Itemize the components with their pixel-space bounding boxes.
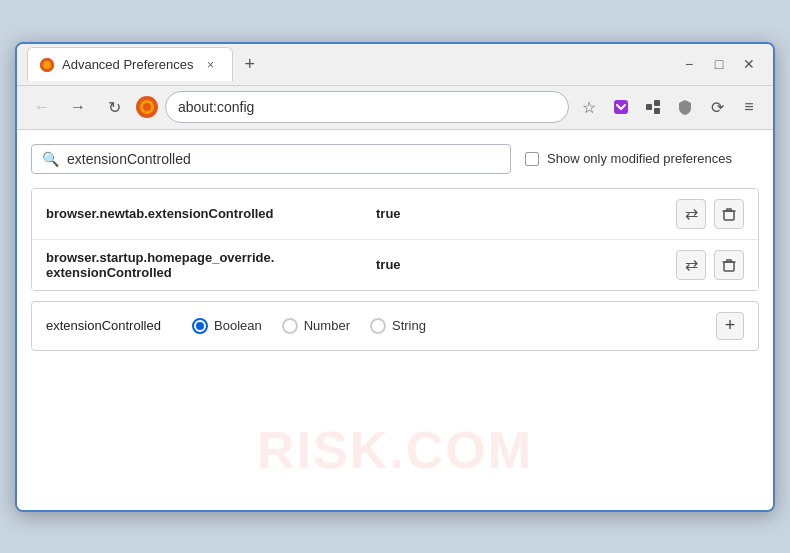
pref-actions-2: ⇄ [676, 250, 744, 280]
search-container: 🔍 Show only modified preferences [31, 144, 759, 174]
number-radio-circle [282, 318, 298, 334]
sync-icon[interactable]: ⟳ [703, 93, 731, 121]
svg-point-1 [43, 61, 51, 69]
svg-point-4 [143, 103, 151, 111]
search-icon: 🔍 [42, 151, 59, 167]
tab-favicon [40, 58, 54, 72]
svg-rect-6 [646, 104, 652, 110]
bookmark-icon[interactable]: ☆ [575, 93, 603, 121]
boolean-radio-option[interactable]: Boolean [192, 318, 262, 334]
boolean-radio-label: Boolean [214, 318, 262, 333]
table-row[interactable]: browser.startup.homepage_override. exten… [32, 240, 758, 290]
tab-close-button[interactable]: × [202, 56, 220, 74]
content-area: RISK.COM 🔍 Show only modified preference… [17, 130, 773, 510]
back-button[interactable]: ← [27, 92, 57, 122]
svg-rect-7 [654, 100, 660, 106]
address-bar[interactable]: about:config [165, 91, 569, 123]
browser-tab[interactable]: Advanced Preferences × [27, 47, 233, 81]
nav-icons: ☆ ⟳ ≡ [575, 93, 763, 121]
pref-name-2: browser.startup.homepage_override. exten… [46, 250, 366, 280]
browser-window: Advanced Preferences × + − □ ✕ ← → ↻ abo… [15, 42, 775, 512]
pref-value-2: true [376, 257, 676, 272]
table-row[interactable]: browser.newtab.extensionControlled true … [32, 189, 758, 240]
firefox-logo-icon [135, 95, 159, 119]
pocket-icon[interactable] [607, 93, 635, 121]
pref-delete-button-1[interactable] [714, 199, 744, 229]
address-text: about:config [178, 99, 556, 115]
add-pref-name: extensionControlled [46, 318, 176, 333]
shield-icon[interactable] [671, 93, 699, 121]
boolean-radio-circle [192, 318, 208, 334]
close-button[interactable]: ✕ [735, 50, 763, 78]
title-bar: Advanced Preferences × + − □ ✕ [17, 44, 773, 86]
window-controls: − □ ✕ [675, 50, 763, 78]
number-radio-label: Number [304, 318, 350, 333]
string-radio-option[interactable]: String [370, 318, 426, 334]
extension-icon[interactable] [639, 93, 667, 121]
watermark: RISK.COM [257, 420, 533, 480]
show-modified-label: Show only modified preferences [547, 151, 732, 166]
new-tab-button[interactable]: + [237, 54, 264, 75]
string-radio-label: String [392, 318, 426, 333]
type-radio-group: Boolean Number String [192, 318, 700, 334]
pref-name-1: browser.newtab.extensionControlled [46, 206, 366, 221]
search-box[interactable]: 🔍 [31, 144, 511, 174]
menu-icon[interactable]: ≡ [735, 93, 763, 121]
preferences-table: browser.newtab.extensionControlled true … [31, 188, 759, 291]
show-modified-checkbox[interactable] [525, 152, 539, 166]
show-modified-container: Show only modified preferences [525, 151, 732, 166]
string-radio-circle [370, 318, 386, 334]
svg-rect-5 [614, 100, 628, 114]
pref-toggle-button-1[interactable]: ⇄ [676, 199, 706, 229]
nav-bar: ← → ↻ about:config ☆ [17, 86, 773, 130]
tab-title: Advanced Preferences [62, 57, 194, 72]
add-preference-button[interactable]: + [716, 312, 744, 340]
pref-value-1: true [376, 206, 676, 221]
number-radio-option[interactable]: Number [282, 318, 350, 334]
maximize-button[interactable]: □ [705, 50, 733, 78]
pref-actions-1: ⇄ [676, 199, 744, 229]
pref-delete-button-2[interactable] [714, 250, 744, 280]
add-preference-row: extensionControlled Boolean Number Strin… [31, 301, 759, 351]
svg-rect-10 [724, 262, 734, 271]
svg-rect-8 [654, 108, 660, 114]
refresh-button[interactable]: ↻ [99, 92, 129, 122]
search-input[interactable] [67, 151, 500, 167]
pref-toggle-button-2[interactable]: ⇄ [676, 250, 706, 280]
minimize-button[interactable]: − [675, 50, 703, 78]
svg-rect-9 [724, 211, 734, 220]
forward-button[interactable]: → [63, 92, 93, 122]
